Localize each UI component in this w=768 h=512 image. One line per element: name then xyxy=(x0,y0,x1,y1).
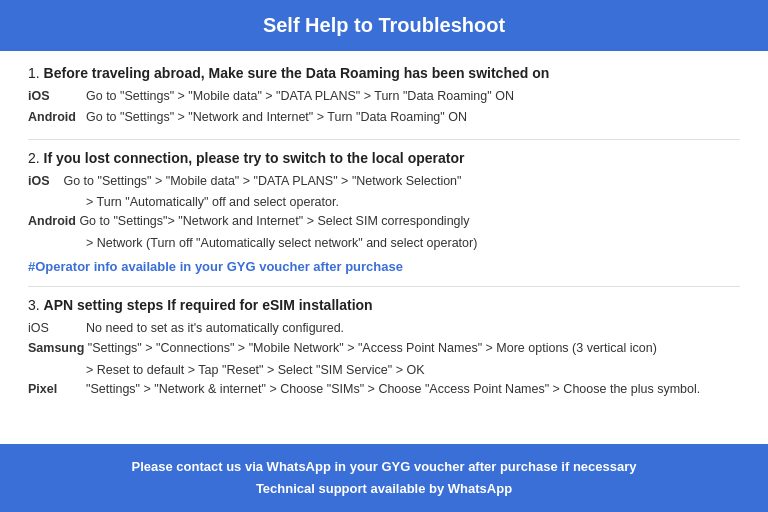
section-2-android-continuation: > Network (Turn off "Automatically selec… xyxy=(28,234,740,253)
footer: Please contact us via WhatsApp in your G… xyxy=(0,444,768,512)
section-3-samsung-row: Samsung "Settings" > "Connections" > "Mo… xyxy=(28,339,740,358)
section-1-ios-text: Go to "Settings" > "Mobile data" > "DATA… xyxy=(86,87,740,106)
page-header: Self Help to Troubleshoot xyxy=(0,0,768,51)
section-3-pixel-text: "Settings" > "Network & internet" > Choo… xyxy=(86,380,740,399)
samsung-label: Samsung xyxy=(28,341,88,355)
divider-1 xyxy=(28,139,740,140)
pixel-label: Pixel xyxy=(28,380,86,399)
section-3-samsung-text: "Settings" > "Connections" > "Mobile Net… xyxy=(88,341,657,355)
section-1-android-text: Go to "Settings" > "Network and Internet… xyxy=(86,108,740,127)
android-label: Android xyxy=(28,108,86,127)
section-2: 2. If you lost connection, please try to… xyxy=(28,150,740,274)
section-2-title: 2. If you lost connection, please try to… xyxy=(28,150,740,166)
page-title: Self Help to Troubleshoot xyxy=(263,14,505,36)
section-2-ios-row: iOS Go to "Settings" > "Mobile data" > "… xyxy=(28,172,740,191)
section-3-ios-text: No need to set as it's automatically con… xyxy=(86,319,740,338)
ios-label: iOS xyxy=(28,87,86,106)
section-2-android-text: Go to "Settings"> "Network and Internet"… xyxy=(79,214,469,228)
section-2-ios-text: Go to "Settings" > "Mobile data" > "DATA… xyxy=(63,174,461,188)
ios-label-2: iOS xyxy=(28,174,63,188)
section-2-android-row: Android Go to "Settings"> "Network and I… xyxy=(28,212,740,231)
footer-line1: Please contact us via WhatsApp in your G… xyxy=(20,456,748,478)
section-3-ios-row: iOS No need to set as it's automatically… xyxy=(28,319,740,338)
main-content: 1. Before traveling abroad, Make sure th… xyxy=(0,51,768,444)
section-2-highlight: #Operator info available in your GYG vou… xyxy=(28,259,740,274)
android-label-2: Android xyxy=(28,214,79,228)
footer-line2: Technical support available by WhatsApp xyxy=(20,478,748,500)
section-1: 1. Before traveling abroad, Make sure th… xyxy=(28,65,740,127)
section-3-samsung-continuation: > Reset to default > Tap "Reset" > Selec… xyxy=(28,361,740,380)
divider-2 xyxy=(28,286,740,287)
section-1-android-row: Android Go to "Settings" > "Network and … xyxy=(28,108,740,127)
section-3-pixel-row: Pixel "Settings" > "Network & internet" … xyxy=(28,380,740,399)
section-3: 3. APN setting steps If required for eSI… xyxy=(28,297,740,399)
ios-label-3: iOS xyxy=(28,319,86,338)
section-3-title: 3. APN setting steps If required for eSI… xyxy=(28,297,740,313)
section-2-ios-continuation: > Turn "Automatically" off and select op… xyxy=(28,193,740,212)
section-1-title: 1. Before traveling abroad, Make sure th… xyxy=(28,65,740,81)
section-1-ios-row: iOS Go to "Settings" > "Mobile data" > "… xyxy=(28,87,740,106)
